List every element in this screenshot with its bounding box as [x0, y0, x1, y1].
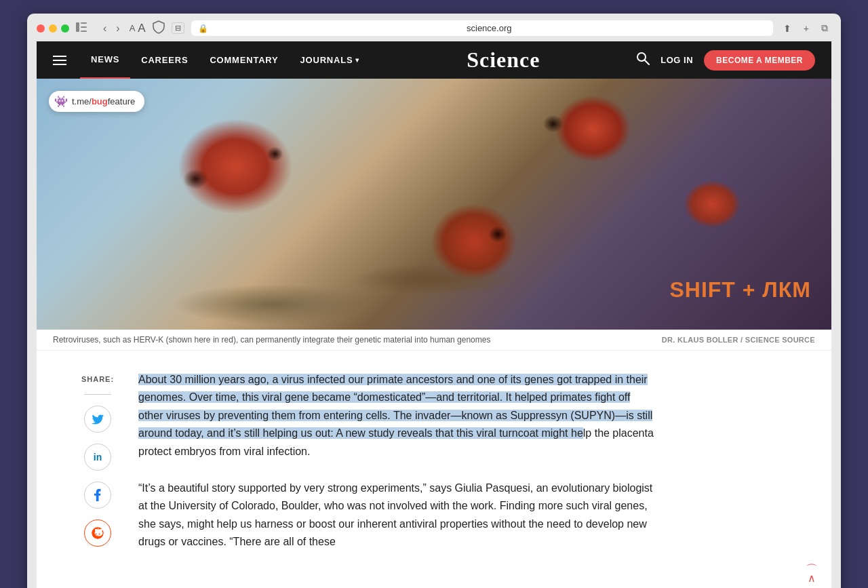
reader-mode-button[interactable]: ⊟	[172, 22, 184, 34]
article-paragraph-2: “It’s a beautiful story supported by ver…	[138, 479, 654, 551]
maximize-button[interactable]	[61, 24, 69, 33]
font-size-controls: A A	[130, 22, 146, 35]
login-button[interactable]: LOG IN	[660, 55, 693, 65]
nav-news[interactable]: NEWS	[80, 41, 130, 79]
forward-button[interactable]: ›	[113, 21, 122, 36]
share-sidebar: SHARE: in	[77, 371, 118, 570]
caption-credit: DR. KLAUS BOLLER / SCIENCE SOURCE	[662, 336, 815, 344]
reddit-share-button[interactable]	[84, 520, 111, 547]
facebook-share-button[interactable]	[84, 482, 111, 509]
svg-rect-2	[81, 26, 87, 28]
sidebar-toggle-button[interactable]	[76, 22, 87, 34]
traffic-lights	[37, 24, 69, 33]
back-button[interactable]: ‹	[100, 21, 109, 36]
svg-rect-1	[81, 22, 87, 24]
share-divider	[84, 394, 111, 395]
search-button[interactable]	[636, 52, 650, 68]
bug-icon: 👾	[54, 95, 68, 108]
svg-line-5	[645, 60, 649, 64]
svg-point-4	[637, 53, 646, 61]
site-logo: Science	[370, 47, 636, 73]
highlighted-text: About 30 million years ago, a virus infe…	[138, 374, 652, 439]
close-button[interactable]	[37, 24, 45, 33]
twitter-share-button[interactable]	[84, 406, 111, 433]
hamburger-menu[interactable]	[53, 56, 66, 65]
share-browser-button[interactable]: ⬆	[780, 22, 795, 35]
svg-rect-0	[76, 22, 79, 32]
chevron-down-icon: ▾	[355, 56, 359, 64]
linkedin-share-button[interactable]: in	[84, 444, 111, 471]
article-body: About 30 million years ago, a virus infe…	[138, 371, 654, 570]
new-tab-button[interactable]: +	[800, 22, 812, 35]
linkedin-icon: in	[94, 452, 102, 463]
shift-overlay-text: SHIFT + ЛКМ	[669, 277, 811, 302]
url-text: science.org	[212, 23, 766, 33]
font-small-button[interactable]: A	[130, 23, 136, 33]
lock-icon: 🔒	[198, 24, 208, 33]
minimize-button[interactable]	[49, 24, 57, 33]
nav-commentary[interactable]: COMMENTARY	[199, 41, 289, 79]
nav-careers[interactable]: CAREERS	[130, 41, 199, 79]
svg-rect-3	[81, 31, 87, 32]
article-paragraph-1: About 30 million years ago, a virus infe…	[138, 371, 654, 460]
caption-text: Retroviruses, such as HERV-K (shown here…	[53, 335, 656, 345]
nav-links: NEWS CAREERS COMMENTARY JOURNALS ▾	[80, 41, 370, 79]
become-member-button[interactable]: BECOME A MEMBER	[704, 50, 815, 71]
tg-text: t.me/bugfeature	[72, 96, 135, 106]
share-label: SHARE:	[81, 375, 114, 383]
site-navigation: NEWS CAREERS COMMENTARY JOURNALS ▾ Scien…	[37, 41, 831, 79]
hero-image: 👾 t.me/bugfeature SHIFT + ЛКМ	[37, 79, 831, 330]
scroll-up-icon[interactable]: ∧	[808, 573, 816, 584]
tabs-button[interactable]: ⧉	[818, 21, 831, 35]
nav-journals[interactable]: JOURNALS ▾	[290, 41, 371, 79]
nav-right: LOG IN BECOME A MEMBER	[636, 50, 815, 71]
telegram-badge[interactable]: 👾 t.me/bugfeature	[49, 91, 144, 112]
scroll-to-top: ⌒ ∧	[806, 564, 818, 584]
shield-button[interactable]	[153, 20, 165, 36]
address-bar[interactable]: 🔒 science.org	[191, 20, 773, 36]
font-large-button[interactable]: A	[138, 22, 145, 35]
image-caption: Retroviruses, such as HERV-K (shown here…	[37, 330, 831, 351]
